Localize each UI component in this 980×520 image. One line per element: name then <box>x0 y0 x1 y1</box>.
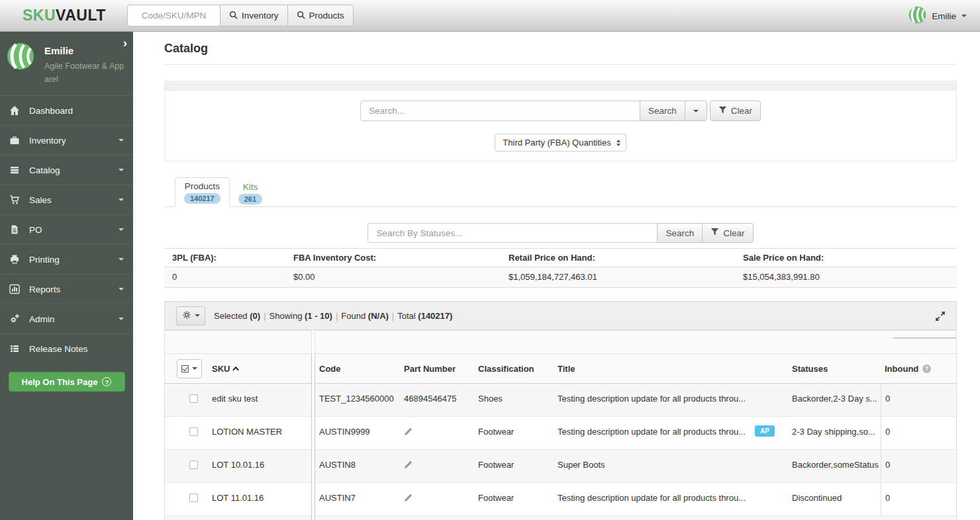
table-row[interactable]: AUSTIN9999 Footwear Testing description … <box>315 417 956 450</box>
list-icon <box>9 343 21 354</box>
table-row[interactable]: LOT 11.01.16 <box>165 483 311 516</box>
avatar <box>7 42 34 86</box>
code-cell: TEST_1234560000 <box>315 384 400 404</box>
sidebar-item-dashboard[interactable]: Dashboard <box>0 95 133 125</box>
classification-cell: Footwear <box>474 483 554 503</box>
sidebar-item-printing[interactable]: Printing <box>0 244 133 274</box>
edit-part-number-pencil-icon[interactable] <box>404 493 413 503</box>
global-search-group: Inventory Products <box>127 5 354 26</box>
status-search-button[interactable]: Search <box>657 223 703 243</box>
global-search-inventory-button[interactable]: Inventory <box>220 5 288 26</box>
catalog-clear-button[interactable]: Clear <box>710 101 761 121</box>
sidebar-profile: Emilie Agile Footwear & Apparel <box>0 32 133 95</box>
stats-value-sale-price: $15,054,383,991.80 <box>735 267 957 287</box>
user-menu[interactable]: Emilie <box>908 0 967 32</box>
checkbox-icon <box>181 365 189 372</box>
statuses-cell: 2-3 Day shipping,so... <box>788 417 881 437</box>
global-search-products-button[interactable]: Products <box>287 5 354 26</box>
row-checkbox[interactable] <box>189 494 198 502</box>
sidebar-collapse-chevron-icon[interactable]: › <box>123 36 127 50</box>
catalog-tabs: Products 140217 Kits 261 <box>164 177 957 207</box>
sidebar-item-release-notes[interactable]: Release Notes <box>0 333 133 363</box>
status-clear-button[interactable]: Clear <box>702 223 753 243</box>
found-count: (N/A) <box>368 311 389 321</box>
column-header-part-number[interactable]: Part Number <box>400 364 474 374</box>
classification-cell: Footwear <box>474 417 554 437</box>
stats-value-retail-price: $1,059,184,727,463.01 <box>501 267 735 287</box>
sidebar-item-reports[interactable]: Reports <box>0 274 133 304</box>
filter-funnel-icon <box>718 106 727 116</box>
search-icon <box>297 11 305 21</box>
home-icon <box>9 105 21 116</box>
chevron-down-icon <box>119 258 124 261</box>
grid-scroll-pane: Code Part Number Classification Title St… <box>315 354 957 520</box>
table-row[interactable]: LOTION MASTER <box>165 417 311 450</box>
chevron-down-icon <box>192 367 197 370</box>
expand-grid-icon[interactable] <box>935 311 946 324</box>
skuvault-ball-icon <box>908 6 926 26</box>
inventory-stats-table: 3PL (FBA): FBA Inventory Cost: Retail Pr… <box>164 248 957 288</box>
horizontal-scrollbar-thumb[interactable] <box>893 337 956 339</box>
quantity-type-select[interactable]: Third Party (FBA) Quantities <box>495 134 626 152</box>
sidebar-item-admin[interactable]: Admin <box>0 304 133 333</box>
catalog-list-icon <box>9 165 21 175</box>
statuses-cell: Discontinued <box>788 483 881 503</box>
catalog-search-button[interactable]: Search <box>640 101 685 121</box>
grid-settings-button[interactable] <box>176 306 205 325</box>
select-all-dropdown-button[interactable] <box>177 359 202 378</box>
column-header-statuses[interactable]: Statuses <box>788 364 881 374</box>
stats-header-sale-price: Sale Price on Hand: <box>735 249 957 267</box>
table-row[interactable]: AUSTIN8 Footwear Super Boots Backorder,s… <box>315 450 956 483</box>
chevron-down-icon <box>119 169 124 171</box>
catalog-search-input[interactable] <box>360 101 640 121</box>
search-icon <box>229 11 238 21</box>
edit-part-number-pencil-icon[interactable] <box>404 427 413 437</box>
grid-toolbar: Selected (0)|Showing (1 - 10)|Found (N/A… <box>164 301 957 330</box>
column-header-title[interactable]: Title <box>554 364 788 374</box>
search-options-dropdown-button[interactable] <box>685 101 707 121</box>
column-header-classification[interactable]: Classification <box>474 364 554 374</box>
total-count: (140217) <box>418 311 452 321</box>
column-header-inbound[interactable]: Inbound ? <box>881 364 956 374</box>
table-row[interactable]: TEST_1234560000 46894546475 Shoes Testin… <box>315 384 956 417</box>
page-title: Catalog <box>164 42 957 56</box>
skuvault-logo: SKUVAULT <box>23 7 106 24</box>
column-header-sku[interactable]: SKU <box>212 364 239 374</box>
sidebar-item-po[interactable]: PO <box>0 214 133 244</box>
table-row[interactable]: LOT 10.01.16 <box>165 450 311 483</box>
inbound-cell: 0 <box>881 384 956 416</box>
code-cell: AUSTIN8 <box>315 450 400 470</box>
sku-cell: LOT 11.01.16 <box>212 493 264 503</box>
row-checkbox[interactable] <box>189 394 198 403</box>
chevron-down-icon <box>961 15 967 17</box>
grid-summary-text: Selected (0)|Showing (1 - 10)|Found (N/A… <box>214 311 452 321</box>
inbound-info-icon[interactable]: ? <box>922 365 931 373</box>
bar-chart-icon <box>9 284 21 294</box>
showing-range: (1 - 10) <box>305 311 332 321</box>
sidebar-item-inventory[interactable]: Inventory <box>0 125 133 155</box>
table-row[interactable]: AUSTIN7 Footwear Testing description upd… <box>315 483 956 516</box>
statuses-cell: Backorder,2-3 Day s... <box>788 384 881 404</box>
sidebar-item-sales[interactable]: Sales <box>0 185 133 214</box>
title-cell: Testing description update for all produ… <box>554 417 788 437</box>
question-circle-icon: ? <box>102 377 111 386</box>
status-search-input[interactable] <box>368 223 658 243</box>
row-checkbox[interactable] <box>189 427 198 436</box>
help-on-this-page-button[interactable]: Help On This Page ? <box>9 372 125 392</box>
kits-count-badge: 261 <box>238 194 262 204</box>
select-updown-icon <box>616 140 620 146</box>
inbound-cell: 0 <box>881 450 956 482</box>
table-row[interactable]: edit sku test <box>165 384 311 417</box>
row-checkbox[interactable] <box>189 460 198 469</box>
logo-sku-text: SKU <box>23 7 56 24</box>
logo-vault-text: VAULT <box>56 7 106 24</box>
tab-kits[interactable]: Kits 261 <box>230 179 271 207</box>
edit-part-number-pencil-icon[interactable] <box>404 460 413 470</box>
tab-products[interactable]: Products 140217 <box>175 177 230 207</box>
column-header-code[interactable]: Code <box>315 364 400 374</box>
global-search-input[interactable] <box>127 5 220 26</box>
sidebar-item-catalog[interactable]: Catalog <box>0 155 133 185</box>
grid-frozen-pane: SKU edit sku test LOTION MASTER LOT 10.0… <box>164 354 312 520</box>
inbound-cell: 0 <box>881 417 956 449</box>
gear-icon <box>182 310 191 322</box>
